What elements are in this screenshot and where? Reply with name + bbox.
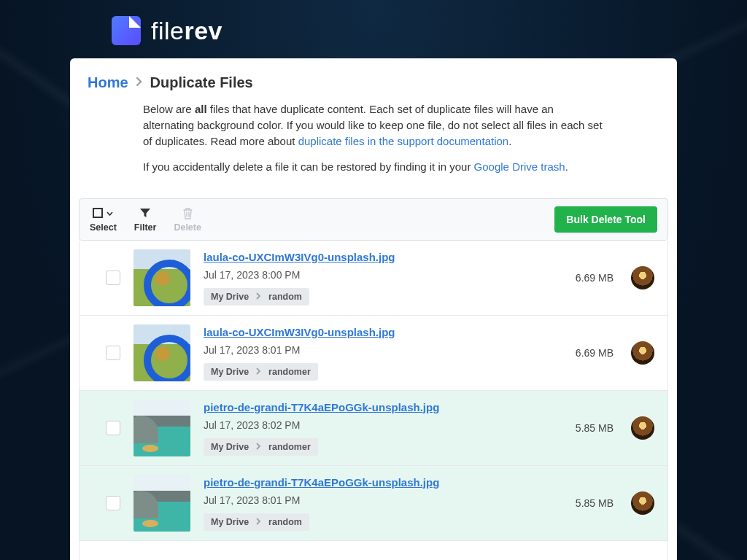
select-label: Select bbox=[90, 222, 117, 233]
file-info: laula-co-UXCImW3IVg0-unsplash.jpg Jul 17… bbox=[204, 251, 562, 306]
chevron-right-icon bbox=[256, 367, 261, 377]
file-row: laula-co-UXCImW3IVg0-unsplash.jpg Jul 17… bbox=[80, 241, 667, 316]
logo-text-light: file bbox=[151, 17, 184, 44]
select-tool[interactable]: Select bbox=[90, 206, 117, 233]
intro-seg: . bbox=[508, 135, 511, 147]
filter-label: Filter bbox=[134, 222, 157, 233]
intro-seg: . bbox=[565, 160, 568, 173]
file-size: 5.85 MB bbox=[576, 422, 614, 434]
toolbar: Select Filter Delete Bulk Delete Tool bbox=[79, 198, 668, 241]
filter-tool[interactable]: Filter bbox=[134, 206, 157, 233]
file-checkbox[interactable] bbox=[106, 346, 120, 360]
app-header: filerev bbox=[0, 0, 747, 58]
delete-tool: Delete bbox=[174, 206, 201, 233]
file-name-link[interactable]: laula-co-UXCImW3IVg0-unsplash.jpg bbox=[204, 251, 395, 263]
path-root: My Drive bbox=[211, 517, 249, 527]
path-root: My Drive bbox=[211, 367, 249, 377]
intro-seg: If you accidentally delete a file it can… bbox=[143, 160, 474, 173]
owner-avatar[interactable] bbox=[631, 266, 654, 289]
main-panel: Home Duplicate Files Below are all files… bbox=[70, 58, 677, 560]
intro-seg: Below are bbox=[143, 103, 195, 115]
chevron-right-icon bbox=[256, 517, 261, 527]
file-info: pietro-de-grandi-T7K4aEPoGGk-unsplash.jp… bbox=[204, 476, 562, 531]
delete-label: Delete bbox=[174, 222, 201, 233]
breadcrumb-current: Duplicate Files bbox=[150, 74, 253, 91]
file-info: laula-co-UXCImW3IVg0-unsplash.jpg Jul 17… bbox=[204, 326, 562, 381]
logo-text: filerev bbox=[151, 17, 222, 45]
logo-icon bbox=[112, 16, 141, 45]
file-date: Jul 17, 2023 8:01 PM bbox=[204, 344, 562, 356]
file-thumbnail[interactable] bbox=[133, 475, 190, 532]
logo-text-bold: rev bbox=[184, 17, 222, 44]
file-thumbnail[interactable] bbox=[133, 400, 190, 456]
file-row: pietro-de-grandi-T7K4aEPoGGk-unsplash.jp… bbox=[80, 391, 667, 466]
path-folder: randomer bbox=[268, 442, 311, 452]
path-root: My Drive bbox=[211, 442, 249, 452]
owner-avatar[interactable] bbox=[631, 416, 654, 440]
file-path-chip[interactable]: My Drive randomer bbox=[204, 363, 318, 381]
file-info: pietro-de-grandi-T7K4aEPoGGk-unsplash.jp… bbox=[204, 401, 562, 456]
intro-text: Below are all files that have duplicate … bbox=[70, 101, 677, 198]
chevron-right-icon bbox=[256, 292, 261, 302]
file-name-link[interactable]: pietro-de-grandi-T7K4aEPoGGk-unsplash.jp… bbox=[204, 401, 439, 413]
path-folder: randomer bbox=[268, 367, 311, 377]
select-icon bbox=[93, 206, 113, 219]
file-name-link[interactable]: laula-co-UXCImW3IVg0-unsplash.jpg bbox=[204, 326, 395, 338]
file-path-chip[interactable]: My Drive random bbox=[204, 288, 309, 306]
trash-icon bbox=[182, 206, 193, 219]
filter-icon bbox=[139, 206, 151, 219]
path-root: My Drive bbox=[211, 292, 249, 302]
file-size: 6.69 MB bbox=[576, 272, 614, 284]
owner-avatar[interactable] bbox=[631, 341, 654, 365]
chevron-right-icon bbox=[256, 442, 261, 452]
google-trash-link[interactable]: Google Drive trash bbox=[474, 160, 565, 173]
file-date: Jul 17, 2023 8:02 PM bbox=[204, 419, 562, 431]
file-row: sergey-pesterev-JV78PVf3gGI-unsplash.jpg bbox=[80, 541, 667, 560]
file-list: laula-co-UXCImW3IVg0-unsplash.jpg Jul 17… bbox=[79, 241, 668, 560]
chevron-right-icon bbox=[136, 77, 143, 90]
file-checkbox[interactable] bbox=[106, 496, 120, 510]
file-thumbnail[interactable] bbox=[133, 249, 190, 306]
file-date: Jul 17, 2023 8:00 PM bbox=[204, 269, 562, 281]
bulk-delete-button[interactable]: Bulk Delete Tool bbox=[554, 206, 657, 233]
support-docs-link[interactable]: duplicate files in the support documenta… bbox=[298, 135, 509, 147]
path-folder: random bbox=[268, 517, 302, 527]
owner-avatar[interactable] bbox=[631, 491, 654, 515]
file-checkbox[interactable] bbox=[106, 271, 120, 285]
file-name-link[interactable]: pietro-de-grandi-T7K4aEPoGGk-unsplash.jp… bbox=[204, 476, 439, 489]
file-date: Jul 17, 2023 8:01 PM bbox=[204, 494, 562, 506]
file-thumbnail[interactable] bbox=[133, 324, 190, 381]
file-path-chip[interactable]: My Drive random bbox=[204, 513, 309, 531]
file-path-chip[interactable]: My Drive randomer bbox=[204, 438, 318, 456]
breadcrumb-home[interactable]: Home bbox=[88, 74, 128, 91]
path-folder: random bbox=[268, 292, 302, 302]
file-checkbox[interactable] bbox=[106, 421, 120, 435]
file-row: laula-co-UXCImW3IVg0-unsplash.jpg Jul 17… bbox=[80, 316, 667, 391]
file-row: pietro-de-grandi-T7K4aEPoGGk-unsplash.jp… bbox=[80, 466, 667, 541]
intro-bold: all bbox=[195, 103, 207, 115]
breadcrumb: Home Duplicate Files bbox=[70, 74, 677, 101]
file-size: 6.69 MB bbox=[576, 347, 614, 359]
file-size: 5.85 MB bbox=[576, 497, 614, 509]
